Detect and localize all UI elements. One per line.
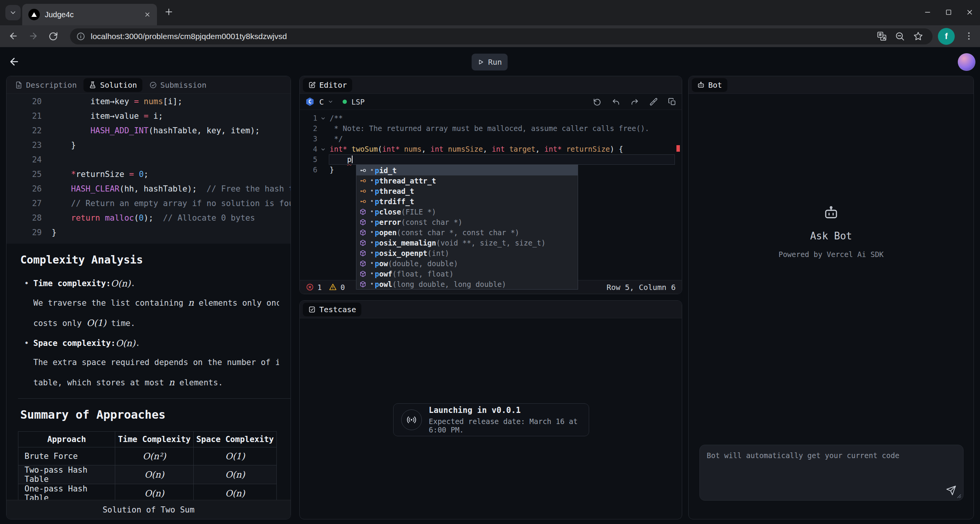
tab-description[interactable]: Description [10, 78, 82, 92]
autocomplete-item[interactable]: •pthread_attr_t [356, 175, 578, 186]
table-cell: O(1) [194, 447, 277, 465]
symbol-method-icon [359, 208, 366, 215]
tab-search-button[interactable] [5, 5, 21, 20]
address-bar[interactable]: localhost:3000/problems/cm8pjqdem0001ty8… [70, 28, 933, 44]
complexity-paragraph-line: costs only O(1) time. [20, 317, 279, 329]
autocomplete-item[interactable]: •pow(double, double) [356, 258, 578, 269]
autocomplete-item[interactable]: •popen(const char *, const char *) [356, 227, 578, 237]
bot-empty-title: Ask Bot [810, 230, 852, 242]
browser-back-button[interactable] [8, 31, 18, 41]
autocomplete-item[interactable]: •perror(const char *) [356, 217, 578, 227]
browser-menu-icon[interactable] [964, 31, 974, 41]
window-close-button[interactable] [965, 5, 974, 20]
autocomplete-item[interactable]: •powl(long double, long double) [356, 279, 578, 289]
user-avatar[interactable] [958, 53, 975, 71]
code-line: 25 *returnSize = 0; [7, 167, 291, 182]
autocomplete-item[interactable]: •pthread_t [356, 186, 578, 196]
square-check-icon [308, 306, 316, 313]
editor-line: 1/** [300, 113, 682, 123]
site-info-icon[interactable] [76, 32, 85, 41]
cursor-position: Row 5, Column 6 [606, 283, 676, 292]
tab-title: Judge4c [45, 10, 139, 19]
autocomplete-popup: •pid_t•pthread_attr_t•pthread_t•ptrdiff_… [356, 165, 578, 290]
lsp-status-dot [343, 100, 347, 104]
summary-heading: Summary of Approaches [20, 408, 279, 421]
complexity-paragraph-line: We traverse the list containing n elemen… [20, 297, 279, 309]
resize-grip[interactable] [957, 494, 961, 498]
symbol-method-icon [359, 281, 366, 288]
symbol-interface-icon [359, 167, 366, 174]
tab-bot[interactable]: Bot [692, 78, 727, 92]
warnings-icon [329, 283, 337, 291]
complexity-item: •Time complexity: O(n). [20, 278, 279, 289]
app-back-button[interactable] [8, 56, 20, 67]
bot-icon [823, 205, 839, 221]
new-tab-button[interactable] [164, 7, 174, 17]
errors-icon [306, 283, 314, 291]
table-header-cell: Time Complexity [115, 432, 194, 447]
run-button[interactable]: Run [472, 54, 508, 70]
window-minimize-button[interactable] [923, 5, 932, 20]
tab-testcase[interactable]: Testcase [303, 303, 361, 316]
errors-count: 1 [317, 283, 322, 291]
bookmark-star-icon[interactable] [913, 31, 923, 41]
chevron-down-icon [9, 9, 17, 16]
browser-forward-button[interactable] [28, 31, 38, 41]
solution-article: Complexity Analysis •Time complexity: O(… [7, 244, 291, 503]
bot-empty-state: Ask Bot Powered by Vercel Ai SDK [689, 205, 973, 259]
divider [18, 398, 291, 399]
tab-solution[interactable]: Solution [83, 78, 142, 92]
error-ruler-mark [676, 145, 680, 152]
code-line: 21 item→value = i; [7, 109, 291, 123]
complexity-paragraph-line: The extra space required depends on the … [20, 357, 279, 368]
solution-tabs: DescriptionSolutionSubmission [7, 76, 291, 94]
solution-code-lines: 20 item→key = nums[i];21 item→value = i;… [7, 94, 291, 244]
zoom-out-icon[interactable] [895, 31, 905, 41]
testcase-panel: Testcase Launching in v0.0.1 Expected re… [299, 300, 682, 519]
window-maximize-button[interactable] [945, 5, 952, 20]
complexity-heading: Complexity Analysis [20, 254, 279, 266]
solution-panel: DescriptionSolutionSubmission 20 item→ke… [6, 76, 291, 519]
table-row: Two-pass Hash TableO(n)O(n) [18, 465, 277, 484]
browser-reload-button[interactable] [48, 31, 58, 41]
tab-close-icon[interactable] [144, 11, 151, 18]
reset-code-button[interactable] [593, 98, 601, 106]
editor-line: 2 * Note: The returned array must be mal… [300, 123, 682, 134]
fold-chevron-icon [320, 147, 326, 152]
autocomplete-item[interactable]: •ptrdiff_t [356, 196, 578, 206]
autocomplete-item[interactable]: •posix_openpt(int) [356, 248, 578, 258]
symbol-interface-icon [359, 177, 366, 184]
browser-profile-avatar[interactable]: f [938, 28, 955, 45]
editor-line: 3 */ [300, 134, 682, 144]
send-icon[interactable] [946, 485, 956, 496]
code-line: 20 item→key = nums[i]; [7, 94, 291, 109]
browser-tab[interactable]: Judge4c [22, 4, 157, 25]
language-select[interactable]: C [319, 97, 333, 106]
copy-code-button[interactable] [668, 98, 676, 106]
url-text: localhost:3000/problems/cm8pjqdem0001ty8… [91, 32, 287, 41]
tab-editor[interactable]: Editor [303, 78, 352, 92]
table-cell: O(n) [115, 465, 194, 484]
chevron-down-icon [328, 99, 333, 105]
editor-line: 4int* twoSum(int* nums, int numsSize, in… [300, 144, 682, 154]
autocomplete-item[interactable]: •posix_memalign(void **, size_t, size_t) [356, 237, 578, 248]
c-language-icon: C [305, 97, 315, 106]
table-cell: Brute Force [18, 447, 115, 465]
table-cell: O(n²) [115, 447, 194, 465]
translate-icon[interactable] [877, 31, 887, 41]
text-cursor [352, 156, 353, 163]
undo-button[interactable] [612, 98, 620, 106]
toast-title: Launching in v0.0.1 [429, 406, 581, 415]
redo-button[interactable] [630, 98, 639, 106]
complexity-item: •Space complexity: O(n). [20, 337, 279, 349]
table-header-cell: Space Complexity [194, 432, 277, 447]
code-line: 22 HASH_ADD_INT(hashTable, key, item); [7, 123, 291, 138]
autocomplete-item[interactable]: •pid_t [356, 165, 578, 175]
autocomplete-item[interactable]: •powf(float, float) [356, 269, 578, 279]
bot-message-input[interactable] [707, 451, 956, 494]
complexity-list: •Time complexity: O(n).We traverse the l… [20, 278, 279, 388]
toast-subtitle: Expected release date: March 16 at 6:00 … [429, 417, 581, 434]
format-code-button[interactable] [649, 98, 658, 106]
tab-submission[interactable]: Submission [144, 78, 212, 92]
autocomplete-item[interactable]: •pclose(FILE *) [356, 206, 578, 217]
